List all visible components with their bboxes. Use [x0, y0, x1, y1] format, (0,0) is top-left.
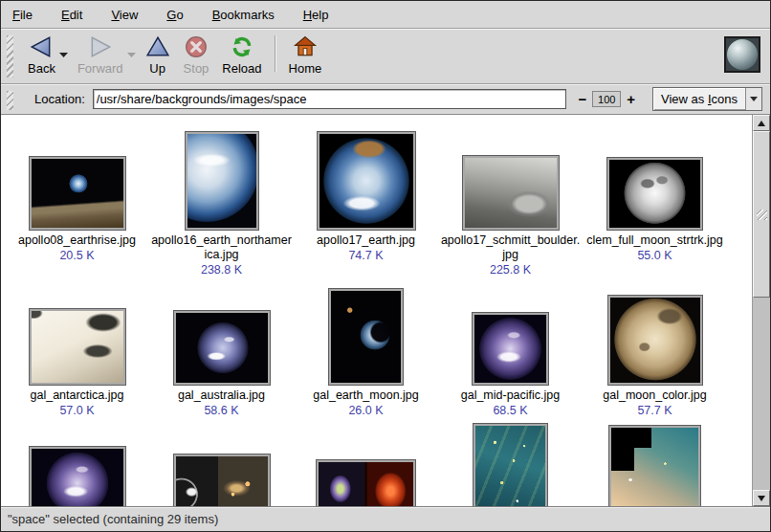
- file-item[interactable]: [438, 424, 583, 506]
- file-thumbnail[interactable]: [607, 158, 702, 230]
- file-size: 68.5 K: [493, 403, 527, 418]
- forward-label: Forward: [77, 61, 123, 76]
- file-manager-window: File Edit View Go Bookmarks Help Back: [0, 0, 771, 532]
- location-bar: Location: − 100 + View as Icons: [1, 84, 770, 115]
- file-name: apollo16_earth_northamerica.jpg: [151, 233, 293, 262]
- back-icon: [29, 33, 54, 60]
- file-item[interactable]: [583, 426, 727, 506]
- scrollbar-grip-icon: [757, 210, 767, 220]
- file-grid-view[interactable]: apollo08_earthrise.jpg20.5 Kapollo16_ear…: [1, 115, 752, 506]
- toolbar-separator: [275, 35, 276, 72]
- scroll-down-button[interactable]: [753, 490, 770, 506]
- file-thumbnail[interactable]: [329, 289, 403, 385]
- scrollbar-track[interactable]: [753, 131, 770, 490]
- stop-button: Stop: [177, 32, 216, 76]
- stop-label: Stop: [184, 61, 209, 76]
- file-thumbnail[interactable]: [30, 447, 125, 506]
- file-item[interactable]: clem_full_moon_strtrk.jpg55.0 K: [583, 124, 727, 277]
- chevron-down-icon: [750, 97, 758, 101]
- file-size: 55.0 K: [637, 248, 672, 263]
- file-thumbnail[interactable]: [318, 132, 415, 230]
- throbber: [724, 36, 760, 73]
- file-item[interactable]: [294, 460, 438, 506]
- menu-bookmarks[interactable]: Bookmarks: [212, 8, 275, 22]
- file-thumbnail[interactable]: [174, 311, 270, 385]
- file-name: apollo17_schmitt_boulder.jpg: [440, 233, 582, 262]
- file-name: gal_moon_color.jpg: [584, 388, 726, 403]
- menu-edit[interactable]: Edit: [61, 8, 82, 22]
- file-thumbnail[interactable]: [474, 424, 547, 506]
- home-button[interactable]: Home: [282, 32, 329, 76]
- reload-button[interactable]: Reload: [215, 32, 268, 76]
- file-item[interactable]: [5, 447, 149, 506]
- file-thumbnail[interactable]: [608, 296, 702, 385]
- file-thumbnail[interactable]: [317, 460, 415, 506]
- reload-label: Reload: [222, 61, 261, 76]
- location-input[interactable]: [93, 89, 567, 109]
- view-as-dropdown-arrow[interactable]: [745, 88, 761, 110]
- menu-file[interactable]: File: [12, 8, 33, 22]
- home-label: Home: [289, 61, 322, 76]
- menu-go[interactable]: Go: [166, 8, 183, 22]
- file-thumbnail[interactable]: [609, 426, 700, 506]
- file-thumbnail[interactable]: [463, 156, 559, 230]
- file-size: 238.8 K: [201, 262, 242, 277]
- forward-icon: [88, 33, 113, 60]
- forward-button: Forward: [71, 32, 130, 76]
- file-item[interactable]: apollo17_schmitt_boulder.jpg225.8 K: [438, 124, 583, 277]
- zoom-level-indicator: 100: [592, 91, 621, 107]
- view-as-dropdown[interactable]: View as Icons: [652, 87, 762, 111]
- file-name: gal_australia.jpg: [151, 388, 293, 403]
- scroll-up-button[interactable]: [753, 115, 770, 131]
- back-label: Back: [28, 61, 55, 76]
- menu-view[interactable]: View: [111, 8, 138, 22]
- icon-view-pane: apollo08_earthrise.jpg20.5 Kapollo16_ear…: [1, 115, 770, 506]
- file-size: 20.5 K: [59, 248, 94, 263]
- stop-icon: [184, 33, 209, 60]
- file-name: clem_full_moon_strtrk.jpg: [584, 233, 726, 248]
- reload-icon: [230, 33, 254, 60]
- file-size: 57.0 K: [59, 403, 94, 418]
- forward-history-dropdown: [126, 47, 137, 61]
- file-name: apollo17_earth.jpg: [296, 233, 437, 248]
- file-name: gal_mid-pacific.jpg: [440, 388, 582, 403]
- view-as-label: View as Icons: [653, 92, 745, 106]
- back-history-dropdown[interactable]: [58, 47, 69, 61]
- file-thumbnail[interactable]: [174, 454, 270, 506]
- file-item[interactable]: gal_antarctica.jpg57.0 K: [5, 287, 149, 418]
- file-item[interactable]: gal_mid-pacific.jpg68.5 K: [438, 287, 583, 418]
- chevron-down-icon: [126, 52, 137, 58]
- file-thumbnail[interactable]: [30, 157, 125, 230]
- zoom-in-button[interactable]: +: [623, 91, 639, 107]
- file-size: 58.6 K: [204, 403, 238, 418]
- toolbar-drag-handle[interactable]: [7, 35, 13, 78]
- up-button[interactable]: Up: [139, 32, 177, 76]
- up-label: Up: [149, 61, 165, 76]
- zoom-out-button[interactable]: −: [574, 91, 590, 107]
- menu-help[interactable]: Help: [303, 8, 329, 22]
- file-thumbnail[interactable]: [186, 132, 258, 230]
- file-item[interactable]: apollo17_earth.jpg74.7 K: [294, 124, 438, 277]
- file-item[interactable]: apollo16_earth_northamerica.jpg238.8 K: [149, 124, 294, 277]
- back-button[interactable]: Back: [21, 32, 62, 76]
- home-icon: [293, 33, 318, 60]
- arrow-up-icon: [758, 121, 765, 126]
- file-item[interactable]: [149, 454, 294, 506]
- vertical-scrollbar[interactable]: [752, 115, 770, 506]
- location-bar-drag-handle[interactable]: [7, 91, 13, 110]
- file-size: 57.7 K: [637, 403, 672, 418]
- file-thumbnail[interactable]: [473, 313, 548, 385]
- scrollbar-thumb[interactable]: [753, 131, 770, 298]
- file-size: 225.8 K: [490, 262, 531, 277]
- file-item[interactable]: apollo08_earthrise.jpg20.5 K: [5, 124, 149, 277]
- throbber-globe-icon: [727, 39, 758, 70]
- file-item[interactable]: gal_moon_color.jpg57.7 K: [583, 287, 727, 418]
- file-name: apollo08_earthrise.jpg: [7, 233, 148, 248]
- chevron-down-icon: [58, 52, 69, 58]
- arrow-down-icon: [758, 496, 765, 501]
- menubar: File Edit View Go Bookmarks Help: [1, 1, 770, 29]
- file-item[interactable]: gal_australia.jpg58.6 K: [149, 287, 294, 418]
- file-thumbnail[interactable]: [30, 309, 125, 385]
- file-name: gal_antarctica.jpg: [7, 388, 148, 403]
- file-item[interactable]: gal_earth_moon.jpg26.0 K: [294, 287, 438, 418]
